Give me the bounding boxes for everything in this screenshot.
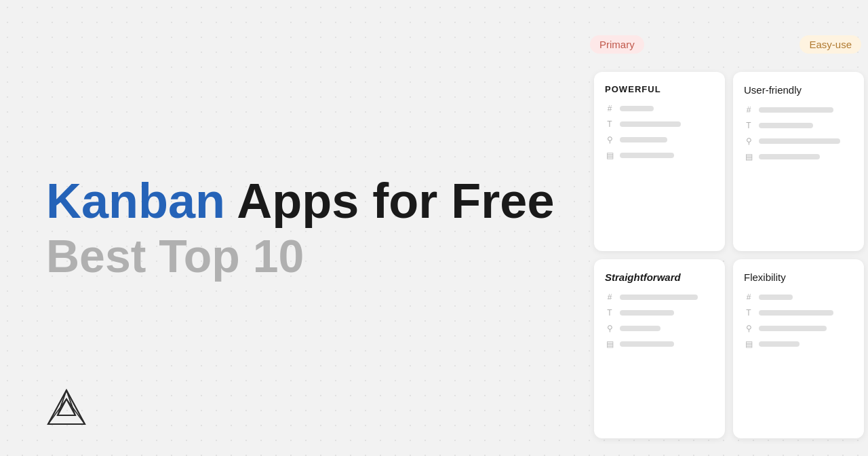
headline: Kanban Apps for Free — [46, 174, 554, 228]
field-row: T — [744, 308, 853, 318]
field-row: # — [605, 292, 714, 302]
field-row: T — [744, 121, 853, 130]
hash-icon: # — [744, 292, 753, 302]
field-row: # — [605, 104, 714, 113]
field-row: ⚲ — [605, 135, 714, 145]
field-bar — [759, 326, 827, 331]
logo-icon — [46, 388, 87, 429]
text-icon: T — [605, 119, 614, 129]
svg-marker-0 — [48, 390, 85, 424]
doc-icon: ▤ — [605, 151, 614, 160]
field-row: ⚲ — [744, 136, 853, 146]
field-bar — [759, 107, 833, 113]
field-row: ▤ — [605, 339, 714, 349]
field-row: ▤ — [744, 339, 853, 349]
logo — [46, 388, 87, 432]
doc-icon: ▤ — [744, 152, 753, 162]
field-bar — [759, 294, 793, 300]
card-straightforward-title: Straightforward — [605, 271, 714, 283]
field-bar — [759, 341, 800, 347]
main-content: Kanban Apps for Free Best Top 10 — [46, 174, 554, 282]
doc-icon: ▤ — [605, 339, 614, 349]
link-icon: ⚲ — [744, 136, 753, 146]
hash-icon: # — [605, 104, 614, 113]
field-bar — [620, 326, 660, 331]
field-bar — [759, 310, 833, 316]
field-bar — [620, 153, 674, 158]
card-flexibility: Flexibility # T ⚲ ▤ — [733, 259, 864, 438]
hash-icon: # — [605, 292, 614, 302]
field-row: T — [605, 119, 714, 129]
field-bar — [759, 123, 813, 128]
subheadline: Best Top 10 — [46, 231, 554, 282]
field-bar — [620, 137, 667, 142]
link-icon: ⚲ — [605, 135, 614, 145]
text-icon: T — [744, 308, 753, 318]
label-easy-use: Easy-use — [800, 35, 861, 54]
text-icon: T — [744, 121, 753, 130]
field-row: # — [744, 105, 853, 115]
field-bar — [620, 294, 698, 300]
card-user-friendly-title: User-friendly — [744, 84, 853, 96]
svg-line-6 — [48, 399, 66, 424]
hash-icon: # — [744, 105, 753, 115]
link-icon: ⚲ — [605, 324, 614, 333]
field-bar — [620, 341, 674, 347]
cards-area: Primary Easy-use POWERFUL # T ⚲ ▤ User-f… — [583, 0, 868, 456]
field-bar — [620, 310, 674, 316]
field-row: ▤ — [744, 152, 853, 162]
field-row: ⚲ — [605, 324, 714, 333]
field-row: ▤ — [605, 151, 714, 160]
card-user-friendly: User-friendly # T ⚲ ▤ — [733, 72, 864, 251]
field-row: ⚲ — [744, 324, 853, 333]
field-row: T — [605, 308, 714, 318]
doc-icon: ▤ — [744, 339, 753, 349]
field-row: # — [744, 292, 853, 302]
field-bar — [620, 121, 681, 127]
label-primary: Primary — [590, 35, 644, 54]
svg-line-7 — [66, 399, 85, 424]
card-flexibility-title: Flexibility — [744, 271, 853, 283]
card-straightforward: Straightforward # T ⚲ ▤ — [594, 259, 725, 438]
field-bar — [759, 154, 820, 159]
link-icon: ⚲ — [744, 324, 753, 333]
text-icon: T — [605, 308, 614, 318]
field-bar — [759, 138, 840, 144]
field-bar — [620, 106, 654, 111]
headline-rest: Apps for Free — [225, 174, 554, 228]
card-powerful: POWERFUL # T ⚲ ▤ — [594, 72, 725, 251]
headline-kanban: Kanban — [46, 174, 225, 228]
card-powerful-title: POWERFUL — [605, 84, 714, 94]
